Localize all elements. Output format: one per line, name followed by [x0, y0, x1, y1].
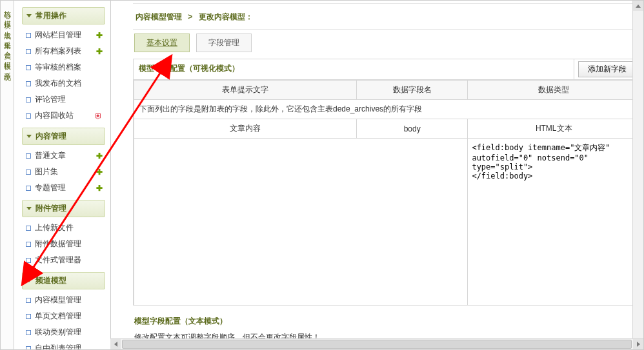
plus-icon[interactable]: ✚	[96, 184, 103, 193]
sidebar-menu: 上传新文件 附件数据管理 文件式管理器	[22, 220, 105, 268]
bullet-icon	[26, 113, 31, 119]
chevron-down-icon	[26, 279, 32, 282]
sidebar-item-label: 所有档案列表	[35, 46, 92, 57]
sidebar-item-label: 文件式管理器	[35, 255, 103, 266]
chevron-down-icon	[26, 14, 32, 17]
sidebar-item-label: 单页文档管理	[35, 311, 103, 322]
sidebar-item-label: 图片集	[35, 166, 92, 177]
vnav-item[interactable]: 会员	[1, 42, 14, 52]
vnav-item[interactable]: 模板	[1, 52, 14, 63]
plus-icon[interactable]: ✚	[96, 31, 103, 40]
col-form-hint: 表单提示文字	[134, 81, 357, 100]
horizontal-scrollbar[interactable]	[110, 338, 643, 349]
sidebar-menu: 普通文章✚ 图片集✚ 专题管理✚	[22, 148, 105, 196]
sidebar-item[interactable]: 自由列表管理	[22, 340, 105, 349]
vnav-item[interactable]: 系统	[1, 63, 14, 73]
sidebar-item-label: 网站栏目管理	[35, 30, 92, 41]
sidebar-item-content-model[interactable]: 内容模型管理	[22, 292, 105, 308]
sidebar-item-label: 评论管理	[35, 94, 103, 105]
sidebar-item[interactable]: 联动类别管理	[22, 324, 105, 340]
col-field-name: 数据字段名	[356, 81, 467, 100]
add-field-button[interactable]: 添加新字段	[578, 61, 636, 77]
sidebar-group-common[interactable]: 常用操作	[22, 7, 105, 24]
chevron-down-icon	[26, 135, 32, 138]
sidebar-item[interactable]: 单页文档管理	[22, 308, 105, 324]
sidebar-item-label: 上传新文件	[35, 222, 103, 233]
crumb-sep: >	[188, 12, 192, 21]
sidebar-item[interactable]: 内容回收站⛨	[22, 108, 105, 124]
sidebar-item[interactable]: 等审核的档案	[22, 59, 105, 75]
sidebar-item[interactable]: 所有档案列表✚	[22, 43, 105, 59]
sidebar-item-label: 专题管理	[35, 182, 92, 193]
sidebar-item[interactable]: 我发布的文档	[22, 75, 105, 92]
bullet-icon	[26, 49, 31, 54]
vertical-scrollbar[interactable]	[632, 1, 643, 349]
vnav-item[interactable]: 采集	[1, 32, 14, 42]
visual-config-block: 模型字段配置（可视化模式） 添加新字段 表单提示文字 数据字段名 数据类型 下面…	[133, 59, 641, 306]
cell-hint: 文章内容	[134, 119, 357, 139]
editor-spacer	[134, 139, 468, 306]
plus-icon[interactable]: ✚	[96, 168, 103, 177]
crumb-link[interactable]: 内容模型管理	[136, 12, 182, 21]
sidebar-item-label: 内容模型管理	[35, 295, 103, 306]
vnav-item[interactable]: 模块	[1, 11, 14, 21]
sidebar-item[interactable]: 附件数据管理	[22, 236, 105, 252]
chevron-down-icon	[26, 207, 32, 210]
table-row[interactable]: 文章内容 body HTML文本	[134, 119, 640, 139]
sidebar-item[interactable]: 普通文章✚	[22, 148, 105, 164]
field-config-editor[interactable]	[468, 139, 639, 306]
bullet-icon	[26, 226, 31, 231]
scroll-thumb[interactable]	[122, 340, 632, 349]
sidebar-group-title: 附件管理	[35, 203, 66, 214]
sidebar-item[interactable]: 评论管理	[22, 92, 105, 108]
shield-icon: ⛨	[95, 112, 103, 121]
sidebar-item-label: 自由列表管理	[35, 343, 103, 349]
plus-icon[interactable]: ✚	[96, 47, 103, 56]
sidebar-item[interactable]: 上传新文件	[22, 220, 105, 236]
vnav-item[interactable]: 核心	[1, 1, 14, 11]
visual-config-title: 模型字段配置（可视化模式）	[134, 59, 574, 79]
vertical-nav: 核心 模块 生成 采集 会员 模板 系统	[1, 1, 14, 349]
sidebar-menu: 网站栏目管理✚ 所有档案列表✚ 等审核的档案 我发布的文档 评论管理 内容回收站…	[22, 27, 105, 124]
bullet-icon	[26, 170, 31, 175]
tab-field-manage[interactable]: 字段管理	[196, 34, 252, 52]
bullet-icon	[26, 242, 31, 247]
sidebar-item[interactable]: 专题管理✚	[22, 180, 105, 196]
sidebar-group-title: 常用操作	[35, 10, 66, 21]
sidebar-item-label: 普通文章	[35, 150, 92, 161]
col-data-type: 数据类型	[468, 81, 640, 100]
tab-basic-settings[interactable]: 基本设置	[134, 34, 190, 52]
breadcrumb: 内容模型管理 > 更改内容模型：	[133, 3, 641, 30]
scroll-left-icon[interactable]	[110, 339, 121, 349]
bullet-icon	[26, 346, 31, 350]
sidebar-group-title: 频道模型	[35, 275, 66, 286]
sidebar-group-channel[interactable]: 频道模型	[22, 272, 105, 289]
field-table: 表单提示文字 数据字段名 数据类型 下面列出的字段是附加表的字段，除此外，它还包…	[134, 80, 640, 306]
bullet-icon	[26, 258, 31, 263]
bullet-icon	[26, 33, 31, 38]
sidebar-menu: 内容模型管理 单页文档管理 联动类别管理 自由列表管理 自定义表单	[22, 292, 105, 349]
sidebar-item-label: 内容回收站	[35, 110, 91, 121]
sidebar-group-title: 内容管理	[35, 131, 66, 142]
bullet-icon	[26, 298, 31, 303]
sidebar-item[interactable]: 文件式管理器	[22, 252, 105, 268]
cell-type: HTML文本	[468, 119, 640, 139]
text-config-title: 模型字段配置（文本模式）	[134, 316, 641, 327]
sidebar-item[interactable]: 网站栏目管理✚	[22, 27, 105, 43]
bullet-icon	[26, 81, 31, 86]
scroll-right-icon[interactable]	[633, 339, 643, 349]
sidebar-item[interactable]: 图片集✚	[22, 164, 105, 180]
bullet-icon	[26, 153, 31, 159]
scroll-up-icon[interactable]	[633, 1, 643, 11]
sidebar-item-label: 联动类别管理	[35, 327, 103, 338]
vnav-item[interactable]: 生成	[1, 21, 14, 32]
main-panel: 内容模型管理 > 更改内容模型： 基本设置 字段管理 模型字段配置（可视化模式）…	[111, 1, 643, 349]
sidebar-group-content[interactable]: 内容管理	[22, 128, 105, 145]
bullet-icon	[26, 314, 31, 319]
bullet-icon	[26, 97, 31, 102]
field-table-note: 下面列出的字段是附加表的字段，除此外，它还包含主表dede_archives的所…	[134, 100, 640, 119]
bullet-icon	[26, 330, 31, 335]
tabs: 基本设置 字段管理	[134, 34, 641, 52]
plus-icon[interactable]: ✚	[96, 151, 103, 160]
sidebar-group-attachment[interactable]: 附件管理	[22, 200, 105, 217]
